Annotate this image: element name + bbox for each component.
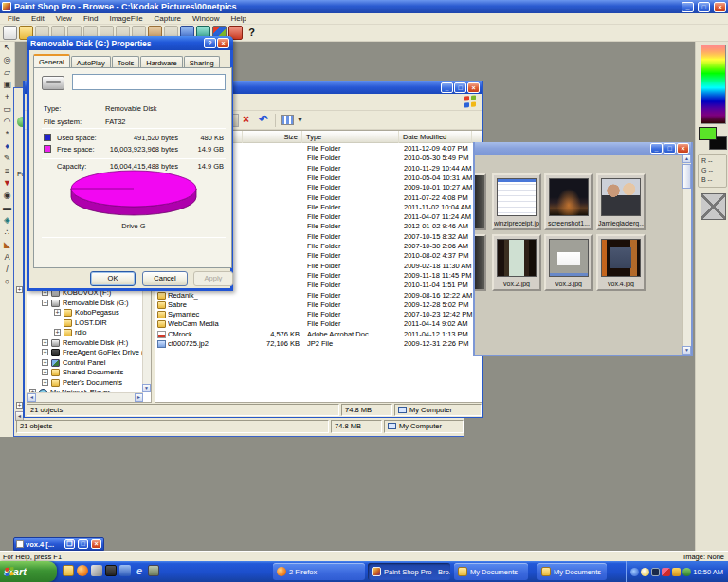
- thumbnail[interactable]: screenshot1...: [544, 173, 593, 230]
- deformation-tool-icon[interactable]: ▱: [1, 66, 14, 79]
- minimize-button[interactable]: _: [441, 82, 453, 93]
- color-picker-gradient[interactable]: [701, 45, 726, 124]
- scroll-down-button[interactable]: ▼: [682, 346, 691, 355]
- context-help-icon[interactable]: ?: [245, 26, 259, 40]
- maximize-button[interactable]: □: [78, 539, 88, 549]
- maximize-button[interactable]: □: [698, 2, 710, 12]
- close-button[interactable]: ×: [677, 143, 689, 154]
- menu-capture[interactable]: Capture: [150, 13, 186, 24]
- table-row[interactable]: CMrock4,576 KBAdobe Acrobat Doc...2011-0…: [155, 330, 482, 339]
- zoom-tool-icon[interactable]: ◎: [1, 54, 14, 66]
- taskbar-button[interactable]: Paint Shop Pro - Bro...: [368, 563, 450, 580]
- internet-explorer-icon[interactable]: e: [134, 565, 145, 576]
- thumbnail[interactable]: winzipreceipt.jpg: [492, 173, 541, 230]
- table-row[interactable]: ct000725.jp272,106 KBJP2 File2009-12-31 …: [155, 339, 482, 349]
- airbrush-tool-icon[interactable]: ∴: [1, 227, 14, 239]
- minimized-image-window[interactable]: vox.4 [... ❐ □ ×: [13, 537, 104, 551]
- freehand-selection-tool-icon[interactable]: ◠: [1, 116, 14, 128]
- views-icon[interactable]: [281, 115, 294, 125]
- photo-app-icon[interactable]: [91, 565, 102, 576]
- messenger-tray-icon[interactable]: [641, 568, 649, 576]
- apply-button[interactable]: Apply: [193, 271, 233, 286]
- menu-edit[interactable]: Edit: [27, 13, 49, 24]
- column-header-date-modified[interactable]: Date Modified: [399, 131, 472, 143]
- start-button[interactable]: start: [0, 561, 57, 582]
- color-replacer-tool-icon[interactable]: ▼: [1, 177, 14, 190]
- taskbar-button[interactable]: My Documents: [537, 563, 607, 580]
- dialog-titlebar[interactable]: Removable Disk (G:) Properties ? ×: [27, 36, 233, 50]
- tree-expander[interactable]: +: [54, 329, 61, 336]
- camera-icon[interactable]: [105, 565, 117, 576]
- tree-expander[interactable]: +: [16, 402, 23, 409]
- psp-titlebar[interactable]: Paint Shop Pro - Browse - C:\Kodak Pictu…: [0, 0, 728, 13]
- thumbnail[interactable]: vox.4.jpg: [596, 234, 646, 291]
- views-dropdown-arrow[interactable]: ▼: [297, 117, 303, 123]
- menu-file[interactable]: File: [3, 13, 25, 24]
- browse-titlebar[interactable]: _ □ ×: [475, 142, 691, 155]
- text-tool-icon[interactable]: A: [1, 251, 14, 264]
- delete-icon[interactable]: ×: [243, 113, 249, 126]
- media-app-icon[interactable]: [119, 565, 131, 576]
- scroll-left-button[interactable]: ◄: [27, 393, 36, 402]
- table-row[interactable]: Redanik_File Folder2009-08-16 12:22 AM: [155, 291, 482, 300]
- maximize-button[interactable]: □: [454, 82, 466, 93]
- thumbnail[interactable]: Jamieglacierg...: [596, 173, 646, 230]
- updates-tray-icon[interactable]: [662, 568, 670, 576]
- close-button[interactable]: ×: [91, 539, 101, 549]
- thumbnail-partial[interactable]: [475, 234, 486, 291]
- scroll-right-button[interactable]: ►: [135, 393, 143, 402]
- arrow-tool-icon[interactable]: ↖: [1, 42, 14, 54]
- table-row[interactable]: SabreFile Folder2009-12-28 5:02 PM: [155, 300, 482, 310]
- minimize-button[interactable]: _: [650, 143, 663, 154]
- column-header-type[interactable]: Type: [302, 131, 399, 143]
- new-file-icon[interactable]: [3, 26, 17, 40]
- firefox-icon[interactable]: [77, 565, 88, 576]
- tree-horizontal-scrollbar[interactable]: ◄ ►: [27, 392, 143, 402]
- tree-expander[interactable]: +: [42, 359, 48, 366]
- eraser-tool-icon[interactable]: ▬: [1, 202, 14, 214]
- magic-wand-tool-icon[interactable]: *: [1, 128, 14, 140]
- menu-view[interactable]: View: [51, 13, 77, 24]
- clone-brush-tool-icon[interactable]: ≡: [1, 165, 14, 177]
- browse-thumbnails-window[interactable]: _ □ × winzipreceipt.jpgscreenshot1...Jam…: [473, 142, 693, 356]
- draw-tool-icon[interactable]: /: [1, 264, 14, 276]
- cancel-button[interactable]: Cancel: [142, 271, 188, 286]
- security-app-icon[interactable]: [148, 565, 159, 576]
- crop-tool-icon[interactable]: ▣: [1, 79, 14, 91]
- taskbar-button[interactable]: 2 Firefox: [273, 563, 365, 580]
- undo-icon[interactable]: ↶: [259, 113, 268, 126]
- thumbnail[interactable]: vox.2.jpg: [492, 234, 541, 291]
- properties-dialog[interactable]: Removable Disk (G:) Properties ? × Gener…: [27, 36, 233, 291]
- menu-find[interactable]: Find: [79, 13, 103, 24]
- help-button[interactable]: ?: [204, 38, 216, 48]
- scrollbar-thumb[interactable]: [682, 164, 691, 189]
- tree-expander[interactable]: +: [42, 339, 48, 346]
- retouch-tool-icon[interactable]: ◉: [1, 190, 14, 202]
- my-documents-icon[interactable]: [63, 565, 74, 576]
- preset-shapes-tool-icon[interactable]: ○: [1, 276, 14, 288]
- scroll-up-button[interactable]: ▲: [682, 155, 691, 163]
- scroll-down-button[interactable]: ▼: [142, 384, 151, 392]
- menu-window[interactable]: Window: [188, 13, 224, 24]
- restore-button[interactable]: ❐: [64, 539, 75, 549]
- flood-fill-tool-icon[interactable]: ◣: [1, 239, 14, 251]
- dropper-tool-icon[interactable]: ♦: [1, 140, 14, 153]
- language-tray-icon[interactable]: [630, 568, 639, 576]
- tree-expander[interactable]: +: [42, 349, 48, 355]
- table-row[interactable]: WebCam MediaFile Folder2011-04-14 9:02 A…: [155, 319, 482, 329]
- thumbnail[interactable]: vox.3.jpg: [544, 234, 593, 291]
- app-tray-icon[interactable]: [672, 568, 681, 576]
- foreground-color-swatch[interactable]: [699, 127, 717, 140]
- tree-expander[interactable]: −: [42, 300, 48, 306]
- selection-tool-icon[interactable]: ▭: [1, 103, 14, 116]
- tree-expander[interactable]: +: [54, 309, 61, 316]
- tree-expander[interactable]: +: [16, 286, 23, 293]
- transparent-color-swatch[interactable]: [701, 193, 726, 220]
- antivirus-tray-icon[interactable]: [682, 568, 691, 576]
- table-row[interactable]: SymantecFile Folder2007-10-23 12:42 PM: [155, 310, 482, 319]
- tree-expander[interactable]: +: [42, 379, 48, 386]
- tree-expander[interactable]: +: [42, 369, 48, 375]
- close-button[interactable]: ×: [217, 38, 229, 48]
- ok-button[interactable]: OK: [90, 271, 136, 286]
- picture-tube-tool-icon[interactable]: ◈: [1, 214, 14, 227]
